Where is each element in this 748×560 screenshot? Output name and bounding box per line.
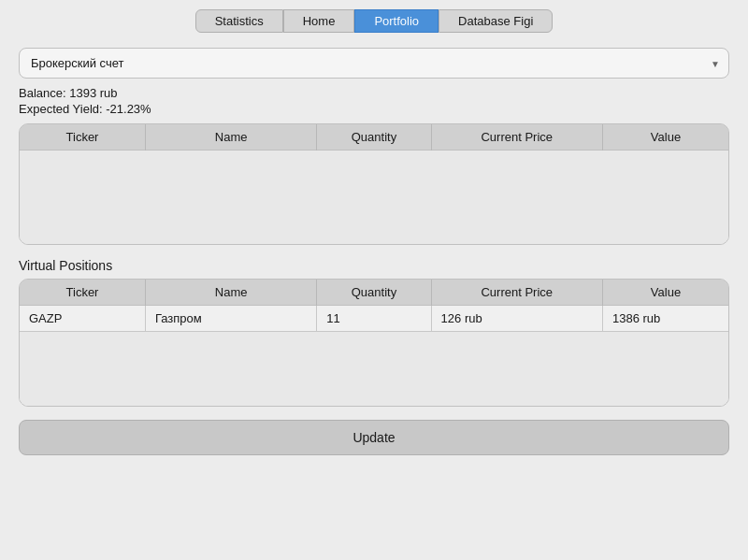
broker-select[interactable]: Брокерский счет [19,48,729,79]
balance-label: Balance: 1393 rub [19,86,729,100]
virtual-col-ticker: Ticker [20,280,145,306]
positions-table-container: Ticker Name Quantity Current Price Value [19,123,729,245]
cell-price: 126 rub [431,305,602,331]
virtual-col-value: Value [602,280,728,306]
virtual-positions-table: Ticker Name Quantity Current Price Value… [20,280,728,407]
virtual-col-name: Name [145,280,316,306]
cell-quantity: 11 [317,305,431,331]
positions-col-value: Value [602,124,728,151]
tab-home[interactable]: Home [283,9,355,33]
positions-col-price: Current Price [431,124,602,151]
virtual-positions-header: Virtual Positions [19,258,729,273]
cell-value: 1386 rub [602,305,728,331]
tab-portfolio[interactable]: Portfolio [354,9,439,33]
virtual-positions-header-row: Ticker Name Quantity Current Price Value [20,280,728,306]
tab-statistics[interactable]: Statistics [195,9,283,33]
positions-empty-row [20,151,728,244]
positions-table: Ticker Name Quantity Current Price Value [20,124,728,244]
update-button[interactable]: Update [19,420,729,455]
virtual-col-quantity: Quantity [317,280,431,306]
positions-table-header-row: Ticker Name Quantity Current Price Value [20,124,728,151]
virtual-filler-row [20,331,728,406]
virtual-col-price: Current Price [431,280,602,306]
table-row: GAZP Газпром 11 126 rub 1386 rub [20,305,728,331]
cell-name: Газпром [145,305,316,331]
positions-col-quantity: Quantity [317,124,431,151]
nav-bar: Statistics Home Portfolio Database Figi [0,0,748,40]
main-content: Брокерский счет ▼ Balance: 1393 rub Expe… [0,40,748,467]
virtual-positions-table-container: Ticker Name Quantity Current Price Value… [19,279,729,408]
broker-select-wrapper: Брокерский счет ▼ [19,48,729,79]
yield-label: Expected Yield: -21.23% [19,102,729,116]
cell-ticker: GAZP [20,305,145,331]
positions-col-name: Name [145,124,316,151]
positions-col-ticker: Ticker [20,124,145,151]
tab-database-figi[interactable]: Database Figi [439,9,553,33]
